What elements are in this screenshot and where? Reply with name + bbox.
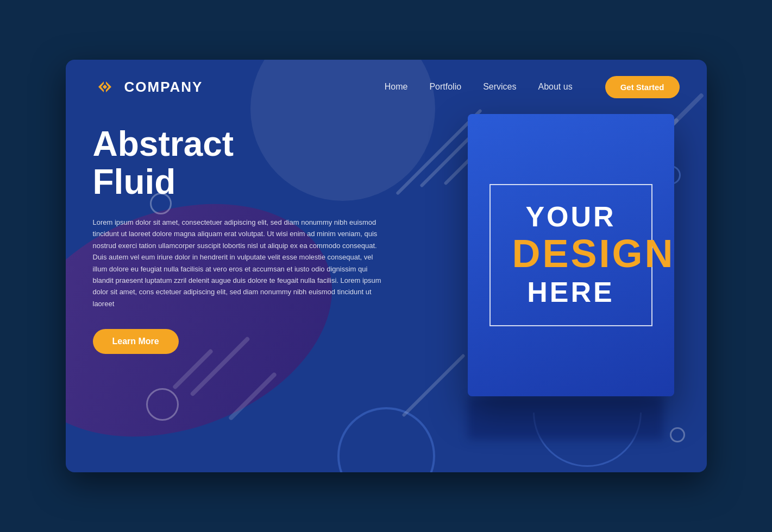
design-word-your: YOUR	[512, 201, 630, 232]
hero-body: Lorem ipsum dolor sit amet, consectetuer…	[93, 217, 386, 310]
design-card-inner: YOUR DESIGN HERE	[489, 184, 652, 327]
design-word-design: DESIGN	[512, 232, 630, 275]
bg-line-6	[172, 349, 213, 390]
navbar: COMPANY Home Portfolio Services About us…	[66, 60, 707, 114]
logo-text: COMPANY	[124, 79, 203, 96]
get-started-button[interactable]: Get Started	[605, 76, 680, 98]
hero-title: Abstract Fluid	[93, 125, 386, 201]
landing-page: COMPANY Home Portfolio Services About us…	[66, 60, 707, 472]
svg-rect-2	[102, 85, 106, 89]
bg-arc	[337, 407, 435, 472]
nav-portfolio[interactable]: Portfolio	[429, 82, 461, 92]
design-card: YOUR DESIGN HERE	[468, 114, 674, 396]
bg-circle-sm-2	[146, 388, 179, 421]
nav-about[interactable]: About us	[538, 82, 572, 92]
hero-title-line2: Fluid	[93, 162, 176, 201]
hero-title-line1: Abstract	[93, 124, 234, 163]
bg-circle-sm-4	[670, 427, 685, 442]
logo: COMPANY	[93, 75, 203, 99]
nav-services[interactable]: Services	[483, 82, 516, 92]
design-card-shadow	[468, 396, 663, 440]
learn-more-button[interactable]: Learn More	[93, 329, 179, 354]
bg-line-5	[228, 372, 277, 421]
card-line-4	[401, 353, 465, 417]
nav-home[interactable]: Home	[385, 82, 408, 92]
code-brackets-icon	[93, 75, 117, 99]
nav-links: Home Portfolio Services About us Get Sta…	[385, 76, 680, 98]
hero-section: Abstract Fluid Lorem ipsum dolor sit ame…	[93, 125, 386, 354]
design-word-here: HERE	[512, 275, 630, 309]
